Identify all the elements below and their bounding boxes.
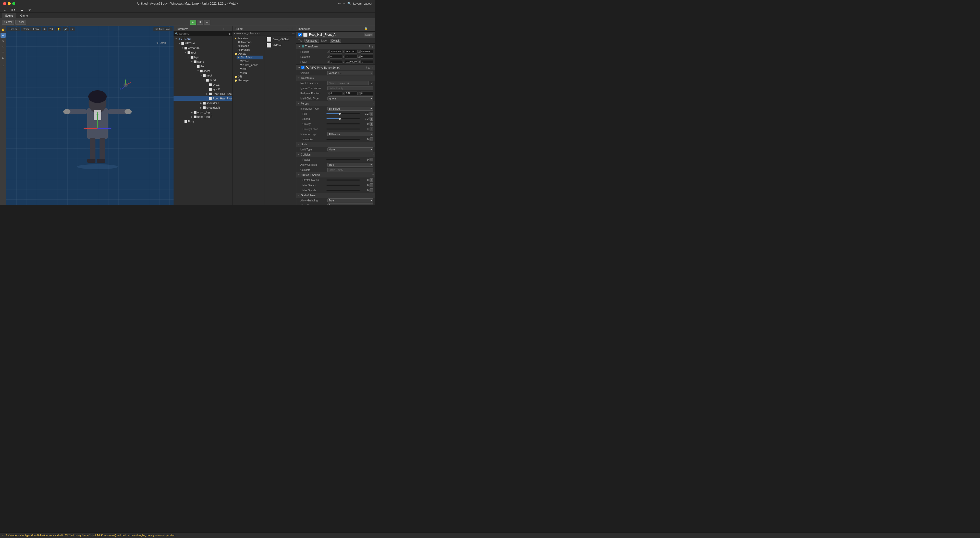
close-button[interactable] (3, 2, 6, 5)
redo-icon[interactable]: ↪ (343, 2, 345, 5)
project-menu-btn[interactable]: ⋮ (290, 27, 294, 30)
gravity-slider[interactable] (326, 124, 360, 124)
tree-item-vrchat-scene[interactable]: ▼ ⬡ VRChat (173, 37, 232, 41)
max-squish-slider[interactable] (326, 190, 360, 191)
ignore-transforms-value[interactable]: List is Empty (328, 86, 373, 90)
transforms-section[interactable]: ▼ Transforms (296, 76, 375, 81)
integration-type-dropdown[interactable]: Simplified ▾ (328, 106, 373, 111)
stretch-motion-copy[interactable]: C (369, 178, 373, 182)
tree-item-hips[interactable]: ▼ ⬜ hips (173, 55, 232, 59)
menu-cloud[interactable]: ☁ (18, 7, 25, 13)
tree-item-shoulder-r[interactable]: ▶ ⬜ shoulder.R (173, 105, 232, 110)
tree-item-shoulder-l[interactable]: ▶ ⬜ shoulder.L (173, 101, 232, 105)
max-stretch-slider[interactable] (326, 185, 360, 186)
tree-item-eye-l[interactable]: ▶ ⬜ eye.L (173, 83, 232, 87)
object-name[interactable]: Root_Hair_Front_A (309, 33, 335, 37)
max-squish-copy[interactable]: C (369, 189, 373, 192)
transform-menu[interactable]: ⋮ (371, 45, 374, 48)
vrchat-mobile-folder[interactable]: VRChat_mobile (239, 63, 263, 67)
immobile-slider[interactable] (326, 139, 360, 140)
all-models-item[interactable]: All Models (237, 44, 263, 48)
forces-section[interactable]: ▼ Forces ? (296, 101, 375, 106)
max-stretch-copy[interactable]: C (369, 183, 373, 187)
xr-folder[interactable]: 📁 XR (234, 75, 263, 79)
project-add-btn[interactable]: + (286, 27, 289, 30)
tree-item-spine[interactable]: ▼ ⬜ spine (173, 59, 232, 64)
collision-section[interactable]: ▼ Collision ? (296, 152, 375, 157)
inspector-lock-btn[interactable]: 🔒 (364, 27, 368, 30)
local-btn[interactable]: Local (33, 28, 39, 30)
maximize-button[interactable] (12, 2, 15, 5)
tree-item-root[interactable]: ▼ ⬜ root (173, 50, 232, 55)
rot-y-val[interactable]: -90 (345, 55, 358, 59)
tab-game[interactable]: Game (17, 13, 31, 18)
scale-x-val[interactable]: 1 (329, 60, 342, 64)
limits-help[interactable]: ? (372, 143, 374, 146)
colliders-value[interactable]: List is Empty (328, 168, 373, 172)
version-dropdown[interactable]: Version 1.1 ▾ (328, 71, 373, 75)
auto-save-toggle[interactable]: ☑ Auto Save (153, 27, 172, 31)
object-active-checkbox[interactable] (298, 33, 302, 37)
root-transform-pick[interactable]: ⊙ (371, 82, 373, 85)
tree-item-body[interactable]: ▶ ⬜ Body (173, 119, 232, 124)
layer-value[interactable]: Default (330, 39, 342, 43)
packages-folder[interactable]: 📁 Packages (234, 79, 263, 83)
root-transform-value[interactable]: None (Transform) (328, 81, 369, 85)
scene-2d-toggle[interactable]: 2D (48, 27, 54, 31)
transform-tool[interactable]: ⊞ (0, 55, 6, 60)
rot-z-val[interactable]: 0 (360, 55, 373, 59)
rot-x-val[interactable]: 0 (329, 55, 342, 59)
physbone-enabled-checkbox[interactable] (301, 66, 304, 69)
physbone-expand[interactable]: ⊡ (368, 66, 370, 69)
gravity-copy[interactable]: C (369, 122, 373, 126)
inspector-menu-btn[interactable]: ⋮ (369, 27, 373, 30)
tab-scene[interactable]: Scene (2, 13, 16, 18)
menu-gear[interactable]: ⚙ (26, 7, 33, 13)
center-btn[interactable]: Center (23, 28, 30, 30)
pos-z-val[interactable]: 8.58389 (360, 50, 373, 54)
vrchat-folder[interactable]: VRChat (239, 59, 263, 63)
local-toggle[interactable]: Local (15, 20, 26, 25)
center-toggle[interactable]: Center (2, 20, 14, 25)
menu-dot[interactable]: ● (2, 7, 8, 13)
limits-section[interactable]: ▼ Limits ? (296, 142, 375, 147)
layers-label[interactable]: Layers (353, 2, 362, 5)
collision-help[interactable]: ? (372, 153, 374, 156)
tree-item-chest[interactable]: ▼ ⬜ chest (173, 68, 232, 73)
tree-item-upper-leg-r[interactable]: ▶ ⬜ upper_leg.R (173, 114, 232, 119)
minimize-button[interactable] (8, 2, 11, 5)
tree-item-root-hair-back[interactable]: ▶ ⬜ Root_Hair_Back_A.L (173, 92, 232, 96)
rotate-tool[interactable]: ↻ (0, 38, 6, 43)
immobile-copy[interactable]: C (369, 137, 373, 141)
tag-value[interactable]: Untagged (304, 39, 319, 43)
undo-icon[interactable]: ↩ (338, 2, 341, 5)
pause-button[interactable]: ⏸ (197, 20, 203, 25)
tree-item-upper-leg-l[interactable]: ▶ ⬜ upper_leg.L (173, 110, 232, 114)
hierarchy-all-label[interactable]: All (228, 32, 231, 35)
physbone-header[interactable]: ▼ 🦴 VRC Phys Bone (Script) ? ⊡ ⋮ (296, 65, 375, 70)
step-button[interactable]: ⏭ (204, 20, 210, 25)
vrm1-folder[interactable]: VRM1 (239, 71, 263, 75)
ep-z[interactable]: 0 (360, 92, 373, 95)
stretch-section[interactable]: ▼ Stretch & Squish ? (296, 172, 375, 178)
tree-item-fbx[interactable]: ▼ ⬜ fbx (173, 64, 232, 68)
assets-folder[interactable]: 📁 Assets (234, 52, 263, 56)
tree-item-root-hair-front[interactable]: ▶ ⬜ Root_Hair_Front_A (173, 96, 232, 101)
multi-child-dropdown[interactable]: Ignore ▾ (328, 96, 373, 100)
ep-x[interactable]: 0 (329, 92, 342, 95)
ep-y[interactable]: 0.12 (345, 92, 358, 95)
all-materials-item[interactable]: All Materials (237, 40, 263, 44)
hand-tool[interactable]: ✋ (0, 27, 6, 32)
limit-type-dropdown[interactable]: None ▾ (328, 148, 373, 151)
stretch-help[interactable]: ? (372, 174, 374, 176)
transform-help[interactable]: ? (369, 45, 370, 48)
scale-tool[interactable]: ⤡ (0, 44, 6, 49)
move-tool[interactable]: ✥ (0, 33, 6, 38)
pull-slider[interactable] (326, 113, 360, 114)
immobile-type-dropdown[interactable]: All Motion ▾ (328, 132, 373, 136)
tree-item-vrchat-obj[interactable]: ▼ ⬜ VRChat (173, 41, 232, 46)
hierarchy-search-input[interactable] (179, 32, 227, 35)
forces-help[interactable]: ? (372, 102, 374, 105)
pos-y-val[interactable]: -1.20700 (345, 50, 358, 54)
menu-h[interactable]: H ▾ (9, 7, 18, 13)
